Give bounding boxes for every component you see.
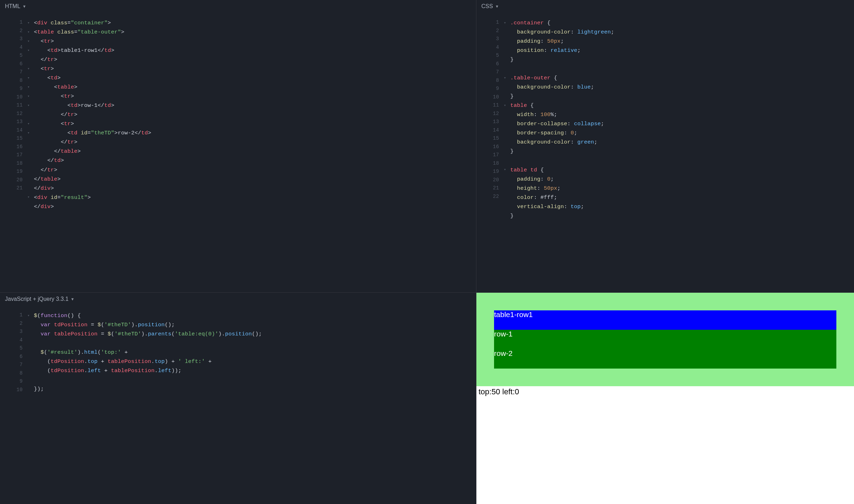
dropdown-icon: ▼: [71, 293, 74, 305]
preview-cell-inner-row2: row-2: [494, 349, 836, 369]
html-gutter: 123456789101112131415161718192021: [0, 13, 25, 292]
html-pane-header[interactable]: HTML ▼: [0, 0, 476, 13]
preview-cell-inner-row1: row-1: [494, 330, 836, 349]
table-row: table1-row1: [494, 310, 836, 330]
js-pane-header[interactable]: JavaScript + jQuery 3.3.1 ▼: [0, 293, 476, 305]
table-row: row-1 row-2: [494, 330, 836, 369]
html-code-area[interactable]: <div class="container"><table class="tab…: [32, 13, 151, 292]
css-gutter: 12345678910111213141516171819202122: [476, 13, 502, 292]
css-code-area[interactable]: .container { background-color: lightgree…: [508, 13, 614, 292]
dropdown-icon: ▼: [495, 0, 499, 13]
css-fold-column: [502, 13, 508, 292]
app-root: HTML ▼ 123456789101112131415161718192021…: [0, 0, 854, 504]
js-pane: JavaScript + jQuery 3.3.1 ▼ 12345678910 …: [0, 293, 476, 504]
table-row: row-1: [494, 330, 836, 349]
preview-container: table1-row1 row-1 row-2: [476, 293, 854, 386]
html-pane: HTML ▼ 123456789101112131415161718192021…: [0, 0, 476, 293]
preview-table-inner: row-1 row-2: [494, 330, 836, 369]
js-code-area[interactable]: $(function() { var tdPosition = $('#theT…: [32, 305, 262, 504]
dropdown-icon: ▼: [23, 0, 26, 13]
html-editor[interactable]: 123456789101112131415161718192021 <div c…: [0, 13, 476, 292]
js-fold-column: [25, 305, 32, 504]
css-editor[interactable]: 12345678910111213141516171819202122 .con…: [476, 13, 854, 292]
js-editor[interactable]: 12345678910 $(function() { var tdPositio…: [0, 305, 476, 504]
js-gutter: 12345678910: [0, 305, 25, 504]
preview-cell-nested: row-1 row-2: [494, 330, 836, 369]
html-fold-column: [25, 13, 32, 292]
preview-table-outer: table1-row1 row-1 row-2: [494, 310, 836, 369]
preview-cell-outer-row1: table1-row1: [494, 310, 836, 330]
preview-result: top:50 left:0: [476, 386, 854, 397]
js-pane-label: JavaScript + jQuery 3.3.1: [5, 293, 68, 305]
css-pane-label: CSS: [481, 0, 493, 13]
table-row: row-2: [494, 349, 836, 369]
preview-root: table1-row1 row-1 row-2: [476, 293, 854, 397]
html-pane-label: HTML: [5, 0, 20, 13]
output-pane: table1-row1 row-1 row-2: [476, 293, 854, 504]
css-pane-header[interactable]: CSS ▼: [476, 0, 854, 13]
css-pane: CSS ▼ 1234567891011121314151617181920212…: [476, 0, 854, 293]
